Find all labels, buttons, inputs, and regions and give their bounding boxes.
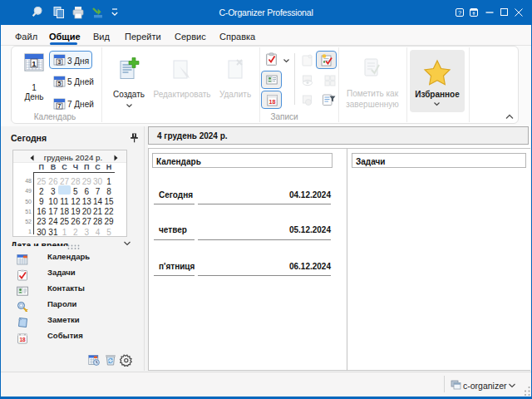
svg-text:18: 18 [19, 337, 26, 342]
svg-text:3: 3 [58, 59, 62, 65]
svg-text:5: 5 [58, 81, 62, 86]
svg-text:1: 1 [32, 59, 37, 68]
svg-text:?: ? [458, 9, 461, 17]
svg-text:18: 18 [269, 99, 276, 105]
svg-text:7: 7 [58, 103, 62, 109]
